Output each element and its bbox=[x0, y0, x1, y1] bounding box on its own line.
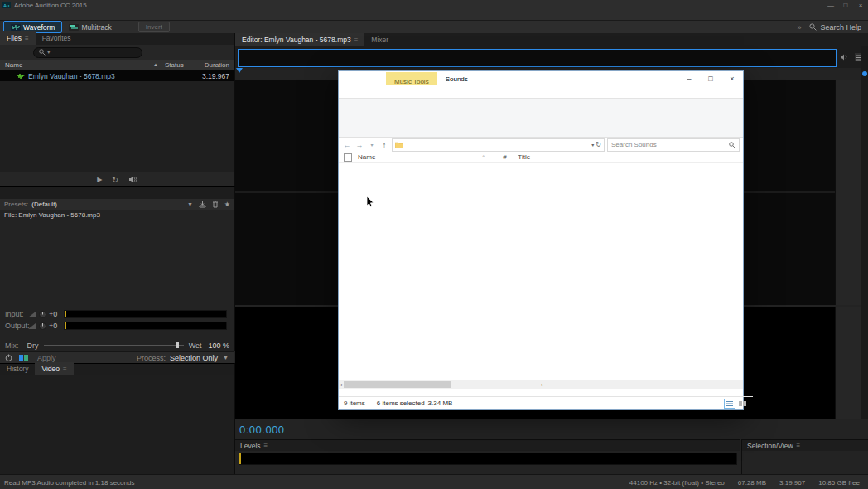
effects-rack-panel: Presets: (Default) ▼ ★ File: Emlyn Vaugh… bbox=[0, 186, 235, 309]
input-meter bbox=[64, 310, 227, 318]
audition-window: Au Adobe Audition CC 2015 —□× Waveform M… bbox=[0, 0, 868, 489]
speaker-icon[interactable] bbox=[128, 176, 137, 183]
search-icon bbox=[729, 142, 735, 148]
amplitude-ruler bbox=[835, 80, 862, 305]
context-tab-header: Music Tools bbox=[386, 72, 437, 85]
maximize-button[interactable]: □ bbox=[700, 75, 721, 83]
panel-menu-icon[interactable]: ≡ bbox=[797, 442, 801, 449]
search-help[interactable]: Search Help bbox=[820, 23, 861, 31]
presets-label: Presets: bbox=[4, 201, 28, 208]
horizontal-scrollbar[interactable]: ‹ › bbox=[339, 380, 743, 389]
overview-waveform[interactable] bbox=[238, 49, 837, 67]
apply-button[interactable]: Apply bbox=[37, 354, 56, 362]
playhead[interactable] bbox=[239, 68, 239, 419]
close-button[interactable]: × bbox=[853, 2, 868, 9]
breadcrumb[interactable]: ▾ ↻ bbox=[392, 138, 605, 152]
tab-favorites[interactable]: Favorites bbox=[36, 31, 78, 45]
output-meter bbox=[64, 322, 227, 330]
sort-asc-icon: ▲ bbox=[153, 62, 158, 67]
details-view-icon[interactable] bbox=[724, 399, 735, 409]
speaker-icon[interactable] bbox=[840, 53, 849, 61]
dry-label: Dry bbox=[27, 341, 39, 350]
list-column-headers[interactable]: Name ^ # Title bbox=[339, 152, 743, 163]
favorite-star-icon[interactable]: ★ bbox=[224, 201, 230, 208]
select-all-checkbox[interactable] bbox=[344, 153, 352, 162]
file-row[interactable]: Emlyn Vaughan - 5678.mp3 3:19.967 bbox=[0, 70, 234, 81]
waveform-icon bbox=[11, 24, 21, 31]
input-gain[interactable]: +0 bbox=[49, 310, 57, 318]
mix-slider[interactable] bbox=[44, 345, 184, 346]
trash-icon[interactable] bbox=[212, 201, 219, 208]
address-dropdown-icon[interactable]: ▾ bbox=[591, 142, 594, 148]
scroll-knob bbox=[862, 71, 867, 76]
maximize-button[interactable]: □ bbox=[838, 2, 853, 9]
tab-video[interactable]: Video≡ bbox=[35, 362, 73, 375]
tab-files[interactable]: Files≡ bbox=[0, 31, 36, 45]
invert-button[interactable]: Invert bbox=[138, 22, 170, 32]
input-knob[interactable] bbox=[39, 311, 46, 318]
svg-text:Au: Au bbox=[3, 3, 9, 8]
play-button[interactable]: ▶ bbox=[97, 176, 102, 183]
thumbnails-view-icon[interactable] bbox=[738, 399, 748, 408]
selected-count: 6 items selected bbox=[377, 399, 425, 407]
status-message: Read MP3 Audio completed in 1.18 seconds bbox=[4, 479, 134, 487]
output-knob[interactable] bbox=[39, 322, 46, 330]
workspace-overflow[interactable]: » bbox=[797, 23, 801, 31]
address-bar: ← → ▾ ↑ ▾ ↻ Search Sounds bbox=[339, 138, 743, 152]
playhead-marker[interactable] bbox=[236, 68, 243, 73]
recent-dropdown-icon[interactable]: ▾ bbox=[367, 142, 377, 148]
search-icon bbox=[39, 49, 46, 56]
files-toolbar: ▾ bbox=[0, 45, 234, 60]
panel-menu-icon[interactable]: ≡ bbox=[264, 442, 268, 449]
files-panel: Files≡ Favorites ▾ Name ▲ Status Duratio… bbox=[0, 33, 235, 186]
process-dropdown-icon[interactable]: ▼ bbox=[223, 355, 229, 361]
preset-value[interactable]: (Default) bbox=[31, 201, 57, 208]
toggle-state-icon[interactable] bbox=[19, 355, 29, 361]
levels-panel: Levels≡ bbox=[235, 439, 740, 475]
search-icon bbox=[809, 23, 817, 31]
tab-history[interactable]: History bbox=[0, 362, 35, 375]
file-duration: 3:19.967 bbox=[779, 479, 805, 487]
panel-menu-icon[interactable]: ≡ bbox=[25, 35, 29, 42]
back-button[interactable]: ← bbox=[342, 141, 352, 149]
explorer-titlebar: Music Tools Sounds –□× bbox=[339, 71, 743, 86]
output-gain[interactable]: +0 bbox=[49, 322, 57, 330]
tab-mixer[interactable]: Mixer bbox=[364, 33, 395, 46]
selection-view-panel: Selection/View≡ bbox=[741, 439, 868, 475]
ribbon-tabs bbox=[339, 86, 743, 99]
mouse-cursor bbox=[366, 196, 376, 209]
overview-area bbox=[235, 46, 868, 68]
search-input[interactable]: Search Sounds bbox=[607, 138, 740, 152]
files-column-header[interactable]: Name ▲ Status Duration bbox=[0, 60, 234, 70]
files-search-input[interactable]: ▾ bbox=[33, 47, 142, 58]
scrollbar-thumb[interactable] bbox=[344, 381, 451, 388]
playhead-time[interactable]: 0:00.000 bbox=[239, 424, 285, 436]
save-preset-icon[interactable] bbox=[199, 201, 206, 208]
process-value[interactable]: Selection Only bbox=[170, 354, 218, 362]
disk-free: 10.85 GB free bbox=[818, 479, 860, 487]
status-bar: Read MP3 Audio completed in 1.18 seconds… bbox=[0, 474, 868, 489]
forward-button[interactable]: → bbox=[354, 141, 364, 149]
mix-slider-thumb[interactable] bbox=[176, 342, 179, 348]
refresh-icon[interactable]: ↻ bbox=[596, 141, 601, 148]
up-button[interactable]: ↑ bbox=[379, 141, 389, 149]
folder-icon bbox=[395, 142, 403, 148]
power-icon[interactable] bbox=[5, 354, 12, 361]
app-title: Adobe Audition CC 2015 bbox=[14, 2, 87, 9]
menubar bbox=[0, 10, 868, 21]
tab-editor[interactable]: Editor: Emlyn Vaughan - 5678.mp3≡ bbox=[235, 33, 364, 46]
multitrack-icon bbox=[69, 24, 79, 31]
minimize-button[interactable]: – bbox=[678, 75, 700, 83]
close-button[interactable]: × bbox=[721, 75, 743, 83]
selection-view-title: Selection/View bbox=[747, 442, 793, 450]
files-mini-transport: ▶ ↻ bbox=[0, 172, 234, 186]
mix-label: Mix: bbox=[5, 341, 19, 350]
sort-asc-icon: ^ bbox=[482, 154, 485, 160]
transport-bar: 0:00.000 bbox=[235, 419, 868, 440]
vertical-scrollbar[interactable] bbox=[861, 46, 868, 419]
ramp-icon bbox=[28, 312, 36, 317]
effects-file-label: File: Emlyn Vaughan - 5678.mp3 bbox=[0, 210, 234, 220]
loop-button[interactable]: ↻ bbox=[112, 176, 118, 184]
minimize-button[interactable]: — bbox=[823, 2, 838, 9]
preset-dropdown-icon[interactable]: ▼ bbox=[187, 201, 193, 207]
